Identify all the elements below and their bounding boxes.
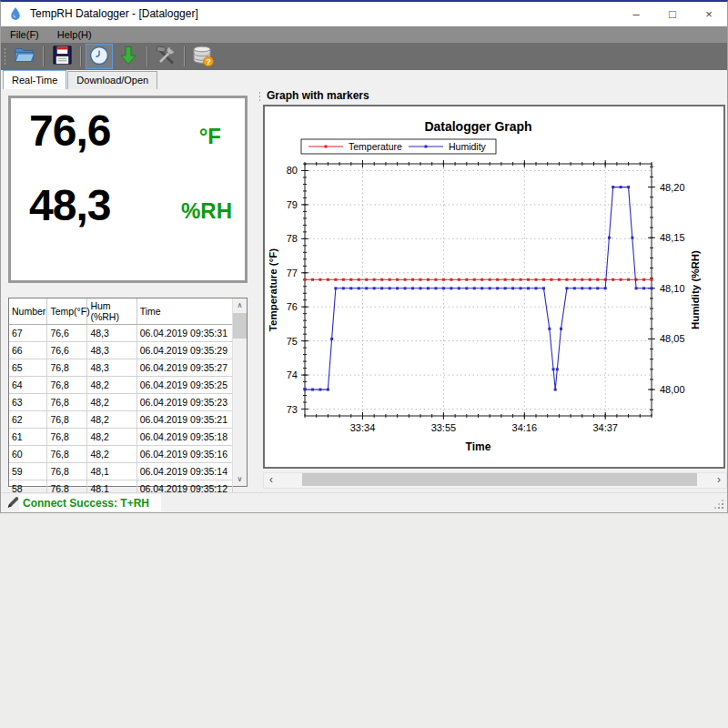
tools-icon bbox=[155, 45, 177, 69]
table-cell: 48,2 bbox=[87, 446, 136, 463]
y-left-tick-label: 77 bbox=[287, 268, 298, 278]
x-tick-label: 33:55 bbox=[431, 422, 457, 433]
menu-file[interactable]: File(F) bbox=[1, 26, 48, 43]
table-cell: 06.04.2019 09:35:21 bbox=[136, 411, 232, 429]
table-scrollbar[interactable]: ∧ ∨ bbox=[232, 298, 247, 486]
table-row[interactable]: 6376,848,206.04.2019 09:35:23 bbox=[9, 394, 233, 411]
app-icon bbox=[8, 6, 23, 21]
table-cell: 76,8 bbox=[47, 394, 87, 411]
save-button[interactable] bbox=[48, 44, 76, 69]
save-icon bbox=[52, 45, 73, 68]
table-row[interactable]: 6476,848,206.04.2019 09:35:25 bbox=[9, 377, 233, 394]
table-cell: 62 bbox=[9, 411, 47, 429]
y-right-axis-label: Humidity (%RH) bbox=[690, 250, 701, 329]
table-cell: 76,8 bbox=[47, 411, 87, 429]
status-bar: Connect Success: T+RH bbox=[1, 492, 727, 512]
table-row[interactable]: 6676,648,306.04.2019 09:35:29 bbox=[9, 342, 233, 359]
scroll-right-icon[interactable]: › bbox=[712, 473, 726, 486]
column-header-time[interactable]: Time bbox=[136, 298, 232, 325]
table-cell: 48,1 bbox=[87, 463, 136, 480]
chart-title: Datalogger Graph bbox=[424, 119, 531, 134]
table-cell: 63 bbox=[9, 394, 47, 411]
close-button[interactable]: × bbox=[691, 2, 727, 25]
toolbar-separator bbox=[80, 46, 81, 66]
table-row[interactable]: 6776,648,306.04.2019 09:35:31 bbox=[9, 325, 233, 342]
table-cell: 76,8 bbox=[47, 377, 87, 394]
chart-svg: 33:3433:5534:1634:37737475767778798048,0… bbox=[265, 106, 723, 467]
table-cell: 48,3 bbox=[87, 342, 136, 359]
table-cell: 65 bbox=[9, 359, 47, 377]
column-header-temp[interactable]: Temp(°F) bbox=[47, 298, 87, 325]
legend-humidity: Humidity bbox=[449, 141, 487, 152]
toolbar-separator bbox=[184, 46, 185, 66]
svg-text:?: ? bbox=[206, 56, 210, 66]
title-bar: TempRH Datalogger - [Datalogger] – □ × bbox=[1, 2, 727, 25]
chart-scrollbar[interactable]: ‹ › bbox=[263, 472, 727, 489]
folder-open-icon bbox=[14, 45, 35, 69]
scroll-left-icon[interactable]: ‹ bbox=[264, 473, 278, 486]
realtime-clock-button[interactable] bbox=[86, 44, 113, 69]
table-cell: 66 bbox=[9, 342, 47, 359]
tab-real-time[interactable]: Real-Time bbox=[3, 70, 66, 89]
maximize-button[interactable]: □ bbox=[654, 2, 691, 25]
y-left-tick-label: 76 bbox=[287, 301, 298, 312]
table-cell: 76,6 bbox=[47, 342, 87, 359]
table-row[interactable]: 6076,848,206.04.2019 09:35:16 bbox=[9, 446, 233, 463]
tab-download-open[interactable]: Download/Open bbox=[67, 71, 157, 89]
table-row[interactable]: 6176,848,206.04.2019 09:35:18 bbox=[9, 429, 233, 446]
table-cell: 06.04.2019 09:35:18 bbox=[136, 429, 232, 446]
pen-icon bbox=[6, 496, 19, 509]
status-chip: Connect Success: T+RH bbox=[19, 494, 161, 511]
table-cell: 06.04.2019 09:35:25 bbox=[136, 377, 232, 394]
settings-button[interactable] bbox=[152, 44, 179, 69]
table-row[interactable]: 6576,848,306.04.2019 09:35:27 bbox=[9, 359, 233, 377]
y-right-tick-label: 48,15 bbox=[660, 232, 685, 243]
table-header-row: Number Temp(°F) Hum (%RH) Time bbox=[9, 298, 233, 325]
y-left-tick-label: 79 bbox=[287, 199, 298, 210]
temperature-value: 76,6 bbox=[29, 106, 110, 156]
table-cell: 06.04.2019 09:35:16 bbox=[136, 446, 232, 463]
y-left-axis-label: Temperature (°F) bbox=[268, 248, 278, 331]
window-title: TempRH Datalogger - [Datalogger] bbox=[30, 7, 198, 20]
column-header-hum[interactable]: Hum (%RH) bbox=[87, 298, 136, 325]
toolbar-grip[interactable] bbox=[4, 47, 6, 66]
y-left-tick-label: 75 bbox=[287, 336, 298, 347]
clock-icon bbox=[88, 45, 110, 69]
device-info-button[interactable]: ? bbox=[189, 44, 217, 69]
table-cell: 48,2 bbox=[87, 429, 136, 446]
scrollbar-thumb[interactable] bbox=[233, 313, 247, 339]
table-cell: 48,3 bbox=[87, 359, 136, 377]
legend-temperature: Temperature bbox=[349, 141, 402, 152]
minimize-button[interactable]: – bbox=[618, 2, 654, 25]
table-cell: 76,6 bbox=[47, 325, 87, 342]
x-tick-label: 34:37 bbox=[592, 422, 618, 433]
table-cell: 76,8 bbox=[47, 446, 87, 463]
menu-help[interactable]: Help(H) bbox=[48, 26, 101, 43]
status-message: Connect Success: T+RH bbox=[23, 497, 149, 510]
scroll-down-icon[interactable]: ∨ bbox=[233, 472, 247, 486]
column-header-number[interactable]: Number bbox=[9, 298, 47, 325]
y-left-tick-label: 74 bbox=[287, 369, 298, 380]
table-cell: 48,2 bbox=[87, 377, 136, 394]
table-cell: 59 bbox=[9, 463, 47, 480]
download-button[interactable] bbox=[115, 44, 142, 69]
table-cell: 06.04.2019 09:35:29 bbox=[136, 342, 232, 359]
scroll-up-icon[interactable]: ∧ bbox=[233, 298, 247, 312]
table-cell: 76,8 bbox=[47, 463, 87, 480]
table-cell: 06.04.2019 09:35:31 bbox=[136, 325, 232, 342]
table-cell: 67 bbox=[9, 325, 47, 342]
plot-frame bbox=[305, 164, 652, 416]
table-cell: 48,2 bbox=[87, 411, 136, 429]
series-humidity bbox=[305, 187, 652, 390]
open-button[interactable] bbox=[11, 44, 38, 69]
humidity-unit: %RH bbox=[181, 198, 232, 224]
table-cell: 61 bbox=[9, 429, 47, 446]
tool-bar: ? bbox=[1, 43, 727, 72]
resize-grip[interactable] bbox=[714, 500, 723, 509]
table-row[interactable]: 5976,848,106.04.2019 09:35:14 bbox=[9, 463, 233, 480]
chart-scrollbar-thumb[interactable] bbox=[302, 473, 697, 486]
y-right-tick-label: 48,05 bbox=[660, 333, 685, 344]
table-row[interactable]: 6276,848,206.04.2019 09:35:21 bbox=[9, 411, 233, 429]
x-axis-label: Time bbox=[466, 440, 491, 453]
x-tick-label: 34:16 bbox=[512, 422, 538, 433]
